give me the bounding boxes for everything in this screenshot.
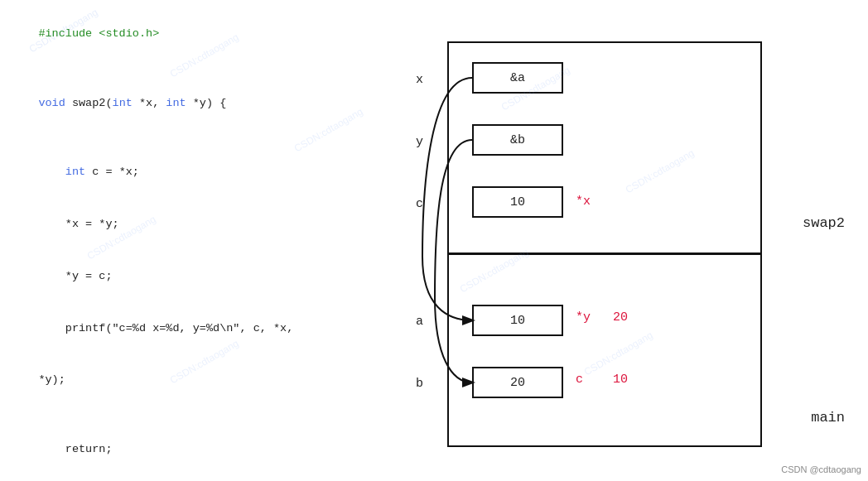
keyword-void: void (38, 97, 72, 109)
stmt-c: c = *x; (85, 166, 139, 178)
cell-b: 20 (472, 367, 563, 398)
stmt-printf-swap2-end: *y); (38, 373, 65, 386)
stmt-return-swap2: return; (38, 443, 112, 455)
cell-x-value: &a (510, 71, 525, 85)
diagram-panel: swap2 main x &a y &b c 10 *x a 10 *y 20 … (398, 17, 849, 464)
code-line-blank (12, 60, 381, 78)
annot-a-stary: *y (576, 310, 591, 325)
var-a-label: a (416, 315, 423, 329)
code-line-6: *x = *y; (12, 199, 381, 251)
code-line-3: void swap2(int *x, int *y) { (12, 78, 381, 130)
code-line-9: *y); (12, 354, 381, 406)
var-y-label: y (416, 135, 423, 149)
include-directive: #include <stdio.h> (38, 27, 159, 40)
keyword-int-y: int (166, 97, 186, 109)
indent1 (38, 166, 65, 178)
code-line-blank2 (12, 129, 381, 147)
cell-a-value: 10 (510, 314, 525, 328)
param-y: *y) { (186, 97, 227, 109)
cell-y: &b (472, 124, 563, 156)
var-b-label: b (416, 377, 423, 391)
stmt-printf-swap2: printf("c=%d x=%d, y=%d\n", c, *x, (38, 322, 293, 334)
code-line-5: int c = *x; (12, 147, 381, 199)
code-line-1: #include <stdio.h> (12, 8, 381, 60)
credit-text: CSDN @cdtaogang (781, 464, 861, 474)
cell-c-value: 10 (510, 195, 525, 209)
code-line-8: printf("c=%d x=%d, y=%d\n", c, *x, (12, 303, 381, 355)
main-label: main (811, 410, 845, 426)
cell-x: &a (472, 62, 563, 94)
code-line-blank3 (12, 406, 381, 424)
param-x: *x, (133, 97, 166, 109)
swap2-label: swap2 (803, 215, 845, 231)
keyword-int-x: int (113, 97, 133, 109)
code-line-7: *y = c; (12, 251, 381, 303)
keyword-int-c: int (65, 166, 85, 178)
cell-b-value: 20 (510, 376, 525, 390)
code-line-10: return; (12, 424, 381, 476)
cell-c: 10 (472, 186, 563, 218)
var-c-label: c (416, 197, 423, 211)
stmt-yeqc: *y = c; (38, 270, 112, 282)
cell-y-value: &b (510, 133, 525, 147)
cell-a: 10 (472, 305, 563, 336)
code-line-11: } (12, 476, 381, 481)
stmt-xeqy: *x = *y; (38, 218, 118, 230)
code-panel: #include <stdio.h> void swap2(int *x, in… (0, 0, 389, 481)
annot-b-c: c (576, 373, 583, 387)
annot-a-20: 20 (613, 310, 628, 325)
section-divider (447, 253, 762, 255)
var-x-label: x (416, 73, 423, 87)
func-swap2-sig: swap2( (72, 97, 113, 109)
annot-c-starx: *x (576, 195, 591, 209)
annot-b-10: 10 (613, 373, 628, 387)
